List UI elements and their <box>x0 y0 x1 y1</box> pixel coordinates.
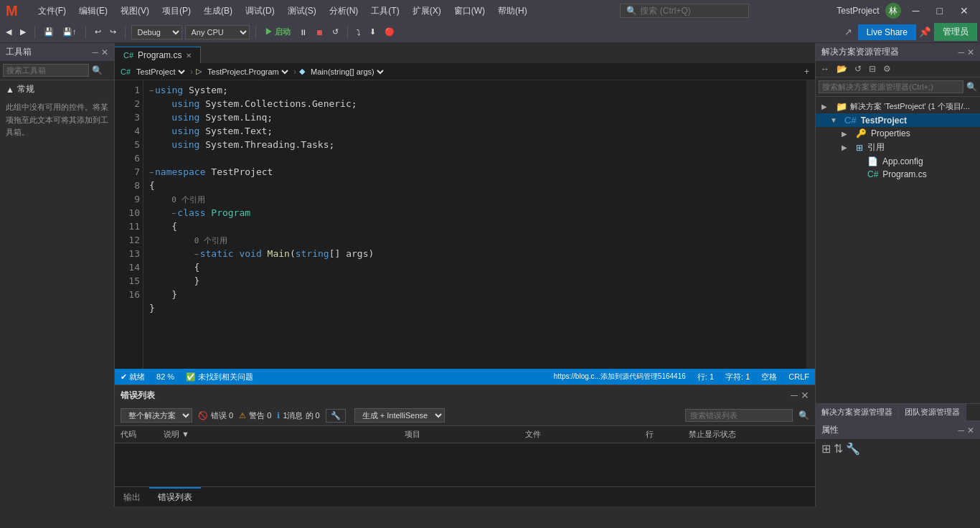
filter-extra-button[interactable]: 🔧 <box>326 409 346 423</box>
menu-project[interactable]: 项目(P) <box>156 2 197 20</box>
toolbox-search-icon[interactable]: 🔍 <box>92 65 103 75</box>
tree-item-properties[interactable]: ▶ 🔑 Properties <box>816 127 980 140</box>
solution-hscrollbar[interactable] <box>816 397 980 403</box>
warning-count-badge[interactable]: ⚠ 警告 0 <box>239 410 271 421</box>
status-encoding[interactable]: CRLF <box>788 372 809 381</box>
code-editor[interactable]: 12345 678910 111213141516 −using System;… <box>115 80 815 369</box>
tree-item-appconfig[interactable]: ▶ 📄 App.config <box>816 155 980 168</box>
toolbox-search-input[interactable] <box>3 64 89 77</box>
sol-refresh-button[interactable]: ↺ <box>852 62 864 75</box>
status-zoom[interactable]: 82 % <box>156 372 174 381</box>
solution-tab-explorer[interactable]: 解决方案资源管理器 <box>816 404 899 420</box>
error-panel-pin-button[interactable]: ─ <box>791 390 798 401</box>
error-panel-close-button[interactable]: ✕ <box>801 390 809 401</box>
menu-analyze[interactable]: 分析(N) <box>324 2 364 20</box>
step-into[interactable]: ⬇ <box>367 26 379 38</box>
col-header-code[interactable]: 代码 <box>121 429 164 440</box>
editor-scrollbar[interactable] <box>806 80 815 369</box>
pause-button[interactable]: ⏸ <box>296 27 310 38</box>
status-no-issues[interactable]: ✅ 未找到相关问题 <box>186 372 253 382</box>
props-sort-button[interactable]: ⇅ <box>834 442 843 456</box>
props-settings-button[interactable]: 🔧 <box>846 442 860 456</box>
restart-button[interactable]: ↺ <box>329 26 341 38</box>
undo-button[interactable]: ↩ <box>92 26 104 38</box>
sol-sync-button[interactable]: ↔ <box>819 62 831 75</box>
nav-back-button[interactable]: ◀ <box>3 26 14 38</box>
profile-button[interactable]: 管理员 <box>934 23 977 41</box>
props-pin-icon[interactable]: ─ <box>958 425 964 435</box>
status-ready[interactable]: ✔ 就绪 <box>121 372 145 382</box>
redo-button[interactable]: ↪ <box>107 26 119 38</box>
tab-close-button[interactable]: ✕ <box>186 52 192 60</box>
error-search-input[interactable] <box>685 409 793 422</box>
tab-errors[interactable]: 错误列表 <box>149 487 201 506</box>
col-header-project[interactable]: 项目 <box>405 429 525 440</box>
minimize-button[interactable]: ─ <box>907 2 925 19</box>
col-header-suppress[interactable]: 禁止显示状态 <box>689 429 809 440</box>
save-all-button[interactable]: 💾↑ <box>60 26 80 38</box>
scope-filter-dropdown[interactable]: 整个解决方案 <box>121 408 192 423</box>
menu-file[interactable]: 文件(F) <box>32 2 72 20</box>
save-button[interactable]: 💾 <box>41 26 57 38</box>
breadcrumb-method[interactable]: ◆ Main(string[] args) <box>299 67 386 77</box>
solution-pin-icon[interactable]: ─ <box>958 47 964 57</box>
breadcrumb-class[interactable]: ▷ TestProject.Program <box>196 67 291 77</box>
menu-debug[interactable]: 调试(D) <box>240 2 281 20</box>
menu-build[interactable]: 生成(B) <box>198 2 238 20</box>
platform-dropdown[interactable]: Any CPU <box>185 25 250 39</box>
toolbox-pin-icon[interactable]: ─ <box>92 47 98 57</box>
search-input[interactable] <box>640 6 740 16</box>
col-header-line[interactable]: 行 <box>646 429 689 440</box>
tree-item-solution[interactable]: ▶ 📁 解决方案 'TestProject' (1 个项目/... <box>816 100 980 113</box>
status-spaces[interactable]: 空格 <box>761 372 777 382</box>
menu-window[interactable]: 窗口(W) <box>448 2 491 20</box>
solution-close-icon[interactable]: ✕ <box>967 47 974 57</box>
props-close-icon[interactable]: ✕ <box>967 425 974 435</box>
menu-extensions[interactable]: 扩展(X) <box>407 2 447 20</box>
toolbox-close-icon[interactable]: ✕ <box>101 47 108 57</box>
editor-tab-program-cs[interactable]: C# Program.cs ✕ <box>115 47 201 63</box>
menu-view[interactable]: 视图(V) <box>115 2 155 20</box>
breadcrumb-project[interactable]: C# TestProject <box>121 67 187 77</box>
nav-forward-button[interactable]: ▶ <box>17 26 29 38</box>
build-filter-dropdown[interactable]: 生成 + IntelliSense <box>354 408 445 423</box>
col-header-desc[interactable]: 说明 ▼ <box>164 429 405 440</box>
sol-show-all-button[interactable]: 📂 <box>834 62 849 75</box>
tree-item-references[interactable]: ▶ ⊞ 引用 <box>816 140 980 155</box>
info-count-badge[interactable]: ℹ 1消息 的 0 <box>277 410 319 421</box>
error-count-badge[interactable]: 🚫 错误 0 <box>198 410 233 421</box>
tree-item-programcs[interactable]: ▶ C# Program.cs <box>816 168 980 181</box>
close-button[interactable]: ✕ <box>954 2 974 19</box>
stop-button[interactable]: ⏹ <box>313 27 326 38</box>
solution-search-input[interactable] <box>819 80 963 93</box>
start-button[interactable]: ▶ 启动 <box>262 25 293 39</box>
menu-help[interactable]: 帮助(H) <box>492 2 533 20</box>
solution-search-icon[interactable]: 🔍 <box>966 82 977 92</box>
breadcrumb-add-button[interactable]: + <box>804 67 809 77</box>
status-col[interactable]: 字符: 1 <box>725 372 750 382</box>
sol-collapse-button[interactable]: ⊟ <box>867 62 878 75</box>
menu-tools[interactable]: 工具(T) <box>365 2 405 20</box>
breadcrumb-method-select[interactable]: Main(string[] args) <box>308 67 386 77</box>
col-header-file[interactable]: 文件 <box>525 429 646 440</box>
restore-button[interactable]: □ <box>931 2 948 19</box>
search-box[interactable]: 🔍 <box>620 4 749 18</box>
status-line[interactable]: 行: 1 <box>697 372 714 382</box>
solution-tab-team[interactable]: 团队资源管理器 <box>899 404 966 420</box>
breadcrumb-project-select[interactable]: TestProject <box>133 67 187 77</box>
step-over[interactable]: ⤵ <box>354 27 364 38</box>
breakpoint-button[interactable]: 🔴 <box>382 26 397 38</box>
error-search-icon[interactable]: 🔍 <box>798 410 809 420</box>
menu-test[interactable]: 测试(S) <box>282 2 322 20</box>
config-dropdown[interactable]: Debug Release <box>131 25 182 39</box>
breadcrumb-class-select[interactable]: TestProject.Program <box>204 67 291 77</box>
sol-settings-button[interactable]: ⚙ <box>881 62 893 75</box>
toolbox-section-header[interactable]: ▲ 常规 <box>6 83 108 95</box>
code-text[interactable]: −using System; using System.Collections.… <box>143 80 806 369</box>
live-share-button[interactable]: Live Share <box>858 24 916 40</box>
props-grid-button[interactable]: ⊞ <box>821 442 831 456</box>
menu-edit[interactable]: 编辑(E) <box>73 2 113 20</box>
tree-item-testproject[interactable]: ▼ C# TestProject <box>816 113 980 127</box>
tab-output[interactable]: 输出 <box>115 487 149 506</box>
pin-button[interactable]: 📌 <box>919 27 931 37</box>
